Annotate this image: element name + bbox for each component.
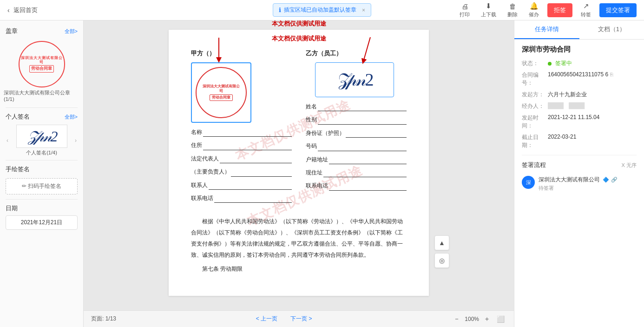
company-stamp-seal: 深圳法大大测试有限公司 劳动合同章 <box>19 41 65 87</box>
flow-info: 深圳法大大测试有限公司 🔷 🔗 待签署 <box>539 176 637 192</box>
delete-label: 删除 <box>507 11 518 18</box>
forward-icon: ↗ <box>583 2 589 10</box>
seal-all-link[interactable]: 全部> <box>65 28 78 35</box>
toolbar-right: 🖨 打印 ⬇ 上下载 🗑 删除 🔔 催办 拒签 ↗ 转签 提交签署 <box>457 1 637 19</box>
doc-content: 甲方（） <box>191 48 407 274</box>
handler-value: ████ ████ <box>548 102 637 109</box>
doc-scroll-area[interactable]: 本文档仅供测试用途 本文档仅供测试用途 本文档仅供测试用途 本文档仅供测试用途 <box>84 20 514 310</box>
flow-name: 深圳法大大测试有限公司 🔷 🔗 <box>539 176 637 184</box>
flow-link-icon[interactable]: 🔗 <box>611 177 618 183</box>
flow-edit-icon[interactable]: 🔷 <box>603 177 609 183</box>
prev-page-button[interactable]: < 上一页 <box>252 314 281 324</box>
doc-nav-center: < 上一页 下一页 > <box>252 314 316 324</box>
party-a-stamp-box[interactable]: 深圳法大大测试有限公司 劳动合同章 <box>191 62 251 123</box>
page-info: 页面: 1/13 <box>91 315 116 323</box>
field-row: 联系电话 <box>306 181 407 190</box>
company-stamp-item[interactable]: 深圳法大大测试有限公司 劳动合同章 深圳法大大测试有限公司公章(1/1) <box>0 37 83 106</box>
document-area: 本文档仅供测试用途 本文档仅供测试用途 本文档仅供测试用途 本文档仅供测试用途 <box>84 20 514 327</box>
info-row-send-time: 发起时间： 2021-12-21 11.15.04 <box>522 114 637 130</box>
personal-sig-caption: 个人签名(1/4) <box>26 149 57 156</box>
personal-sig-label: 个人签名 <box>6 113 30 121</box>
tab-document[interactable]: 文档（1） <box>579 20 644 39</box>
remind-label: 催办 <box>529 11 539 18</box>
field-row: 身份证（护照） <box>306 128 407 138</box>
zoom-in-button[interactable]: ＋ <box>482 315 492 323</box>
deadline-label: 截止日期： <box>522 133 548 149</box>
copy-icon[interactable]: ⎘ <box>610 72 613 77</box>
download-button[interactable]: ⬇ 上下载 <box>478 1 499 19</box>
stamp-inner-label: 劳动合同章 <box>29 65 54 73</box>
flow-status: 待签署 <box>539 185 637 192</box>
sig-preview: 𝒵𝓅𝓃2 个人签名(1/4) <box>13 125 70 156</box>
party-b-label: 乙方（员工） <box>306 48 407 59</box>
float-buttons: ▲ ◎ <box>434 235 449 268</box>
contract-no-label: 合同编号： <box>522 71 548 87</box>
forward-button[interactable]: ↗ 转签 <box>578 1 594 19</box>
remind-icon: 🔔 <box>530 2 539 10</box>
info-row-sender: 发起方： 六月十九新企业 <box>522 91 637 99</box>
company-stamp-caption: 深圳法大大测试有限公司公章(1/1) <box>4 89 79 102</box>
field-row: （主要负责人） <box>191 167 292 176</box>
remind-button[interactable]: 🔔 催办 <box>526 1 542 19</box>
zoom-out-button[interactable]: － <box>452 315 462 323</box>
back-arrow-icon: ‹ <box>7 7 10 14</box>
scroll-up-button[interactable]: ▲ <box>434 235 449 250</box>
carousel-prev-button[interactable]: ‹ <box>4 137 11 144</box>
sender-label: 发起方： <box>522 91 548 99</box>
flow-company-name: 深圳法大大测试有限公司 <box>539 176 600 184</box>
field-row: 现住址 <box>306 168 407 177</box>
party-a-label: 甲方（） <box>191 48 292 59</box>
red-annotation-top: 本文档仅供测试用途 <box>272 20 326 28</box>
flow-action-icons: 🔷 🔗 <box>603 177 618 183</box>
party-b-col: 乙方（员工） <box>306 48 407 207</box>
field-row: 性别 <box>306 115 407 124</box>
compass-button[interactable]: ◎ <box>434 253 449 268</box>
handwrite-btn[interactable]: ✏ 扫码手绘签名 <box>6 178 78 194</box>
flow-avatar: 深 <box>522 176 535 189</box>
personal-sig-all-link[interactable]: 全部> <box>65 113 78 120</box>
info-row-contract-no: 合同编号： 164005650421311075 6 ⎘ <box>522 71 637 87</box>
party-b-signature: 𝒵𝓅𝓃2 <box>336 65 373 95</box>
field-row: 法定代表人 <box>191 154 292 163</box>
doc-more-text: 第七条 劳动期限 <box>191 263 407 274</box>
print-button[interactable]: 🖨 打印 <box>457 1 473 19</box>
divider-1 <box>6 107 78 108</box>
seal-section-header: 盖章 全部> <box>0 24 83 37</box>
contract-no-value: 164005650421311075 6 ⎘ <box>548 71 637 78</box>
field-row: 联系人 <box>191 180 292 190</box>
field-row: 户籍地址 <box>306 155 407 164</box>
field-row: 住所 <box>191 140 292 150</box>
zoom-fit-button[interactable]: ⬜ <box>495 315 506 323</box>
toast-notice: ℹ 插宝区域已自动加盖默认签章 × <box>273 3 371 17</box>
date-section: 日期 2021年12月21日 <box>0 201 83 233</box>
field-row: 号码 <box>306 141 407 151</box>
doc-zoom: － 100% ＋ ⬜ <box>452 315 506 323</box>
toolbar: ‹ 返回首页 ℹ 插宝区域已自动加盖默认签章 × 🖨 打印 ⬇ 上下载 🗑 删除… <box>0 0 644 20</box>
flow-item: 深 深圳法大大测试有限公司 🔷 🔗 待签署 <box>522 173 637 194</box>
info-row-handler: 经办人： ████ ████ <box>522 102 637 110</box>
divider-3 <box>6 199 78 200</box>
party-section: 甲方（） <box>191 48 407 207</box>
info-row-deadline: 截止日期： 2022-03-21 <box>522 133 637 149</box>
date-box[interactable]: 2021年12月21日 <box>6 215 78 230</box>
flow-title-text: 签署流程 <box>522 161 546 169</box>
status-label: 状态： <box>522 60 548 67</box>
field-row: 姓名 <box>306 102 407 111</box>
toast-close-button[interactable]: × <box>362 7 365 13</box>
field-row: 名称 <box>191 127 292 137</box>
right-sidebar: 任务详情 文档（1） 深圳市劳动合同 状态： 签署中 合同编号： 1640056… <box>514 20 644 327</box>
personal-sig-carousel: ‹ 𝒵𝓅𝓃2 个人签名(1/4) › <box>0 123 83 158</box>
next-page-button[interactable]: 下一页 > <box>287 314 315 324</box>
reject-button[interactable]: 拒签 <box>547 3 572 17</box>
download-label: 上下载 <box>481 11 496 18</box>
divider-2 <box>6 160 78 160</box>
seal-section-label: 盖章 <box>6 27 18 35</box>
delete-button[interactable]: 🗑 删除 <box>505 1 520 19</box>
back-button[interactable]: ‹ 返回首页 <box>7 6 38 14</box>
carousel-next-button[interactable]: › <box>72 137 79 144</box>
party-b-sig-box[interactable]: 𝒵𝓅𝓃2 <box>315 62 394 97</box>
tab-task-details[interactable]: 任务详情 <box>514 20 579 39</box>
submit-button[interactable]: 提交签署 <box>599 3 637 17</box>
back-label: 返回首页 <box>13 6 38 14</box>
sig-image[interactable]: 𝒵𝓅𝓃2 <box>16 125 67 148</box>
